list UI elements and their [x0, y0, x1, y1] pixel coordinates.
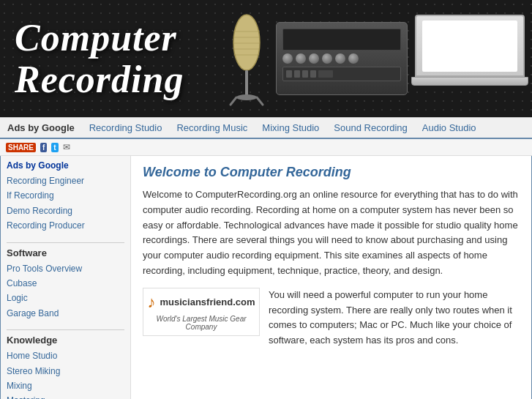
nav-link-mixing-studio[interactable]: Mixing Studio: [262, 122, 319, 133]
sidebar-link-if-recording[interactable]: If Recording: [7, 188, 124, 203]
top-navigation: Ads by Google Recording Studio Recording…: [0, 117, 532, 139]
svg-line-9: [257, 97, 263, 105]
share-bar: SHARE f t ✉: [0, 139, 532, 156]
sidebar-link-demo-recording[interactable]: Demo Recording: [7, 204, 124, 218]
laptop-base: [411, 77, 528, 86]
site-header: Computer Recording: [0, 0, 532, 117]
mf-name-suffix: .com: [233, 297, 255, 307]
main-content: Ads by Google Recording Engineer If Reco…: [1, 156, 531, 399]
sidebar-link-logic[interactable]: Logic: [7, 291, 124, 305]
sidebar-link-cubase[interactable]: Cubase: [7, 276, 124, 291]
svg-rect-6: [245, 70, 248, 96]
main-frame: Ads by Google Recording Engineer If Reco…: [0, 156, 532, 399]
sidebar-knowledge-title: Knowledge: [7, 329, 124, 346]
site-title: Computer Recording: [15, 17, 184, 100]
knob-2: [296, 53, 306, 64]
svg-line-8: [231, 97, 236, 105]
knob-4: [322, 53, 332, 64]
knob-5: [335, 53, 345, 64]
nav-link-sound-recording[interactable]: Sound Recording: [334, 122, 407, 133]
facebook-icon[interactable]: f: [40, 143, 47, 152]
header-images: [225, 0, 532, 117]
content-secondary-text: You will need a powerful computer to run…: [269, 288, 520, 348]
laptop-image: [415, 15, 525, 102]
sidebar-link-stereo-miking[interactable]: Stereo Miking: [7, 364, 124, 379]
nav-link-recording-studio[interactable]: Recording Studio: [89, 122, 162, 133]
mf-name-line1: musiciansfriend: [160, 297, 233, 307]
sidebar-link-pro-tools[interactable]: Pro Tools Overview: [7, 261, 124, 276]
site-title-line1: Computer: [15, 17, 184, 59]
sidebar-knowledge-section: Knowledge Home Studio Stereo Miking Mixi…: [7, 329, 124, 399]
interface-display: [282, 29, 401, 51]
site-title-line2: Recording: [15, 59, 184, 100]
button-2: [294, 70, 300, 78]
laptop-screen: [415, 15, 525, 77]
nav-link-recording-music[interactable]: Recording Music: [176, 122, 247, 133]
button-1: [286, 70, 292, 78]
microphone-image: [225, 7, 269, 110]
button-3: [302, 70, 308, 78]
svg-point-0: [233, 15, 260, 70]
mf-name-text: musiciansfriend.com: [160, 297, 255, 307]
email-icon[interactable]: ✉: [63, 142, 70, 152]
audio-interface-image: [276, 22, 408, 95]
content-intro: Welcome to ComputerRecording.org an onli…: [143, 187, 520, 279]
knob-3: [309, 53, 319, 64]
display-small: [318, 70, 333, 78]
knob-1: [282, 53, 293, 64]
sidebar: Ads by Google Recording Engineer If Reco…: [1, 156, 131, 399]
main-content-area: Welcome to Computer Recording Welcome to…: [131, 156, 531, 399]
topnav-ads-label: Ads by Google: [7, 122, 75, 133]
sidebar-link-home-studio[interactable]: Home Studio: [7, 348, 124, 363]
interface-buttons: [282, 67, 401, 81]
sidebar-software-section: Software Pro Tools Overview Cubase Logic…: [7, 242, 124, 321]
button-4: [310, 70, 316, 78]
svg-point-7: [236, 94, 257, 100]
music-note-icon: ♪: [147, 293, 155, 312]
mf-logo: ♪ musiciansfriend.com: [148, 293, 255, 312]
content-title: Welcome to Computer Recording: [143, 165, 520, 180]
musicians-friend-banner[interactable]: ♪ musiciansfriend.com World's Largest Mu…: [143, 288, 260, 336]
interface-knobs: [282, 53, 401, 64]
sidebar-ads-label: Ads by Google: [7, 160, 124, 171]
mf-name: musiciansfriend.com: [160, 297, 255, 307]
sidebar-link-mixing[interactable]: Mixing: [7, 379, 124, 393]
mf-subtext: World's Largest Music Gear Company: [148, 315, 255, 331]
sidebar-software-title: Software: [7, 242, 124, 258]
sidebar-link-recording-engineer[interactable]: Recording Engineer: [7, 174, 124, 188]
sidebar-link-garage-band[interactable]: Garage Band: [7, 306, 124, 321]
nav-link-audio-studio[interactable]: Audio Studio: [422, 122, 476, 133]
knob-6: [348, 53, 359, 64]
laptop-screen-inner: [422, 20, 517, 72]
sidebar-link-recording-producer[interactable]: Recording Producer: [7, 218, 124, 233]
share-icon[interactable]: SHARE: [6, 143, 36, 152]
sidebar-link-mastering[interactable]: Mastering: [7, 393, 124, 399]
content-body: ♪ musiciansfriend.com World's Largest Mu…: [143, 288, 520, 348]
twitter-icon[interactable]: t: [51, 143, 58, 152]
